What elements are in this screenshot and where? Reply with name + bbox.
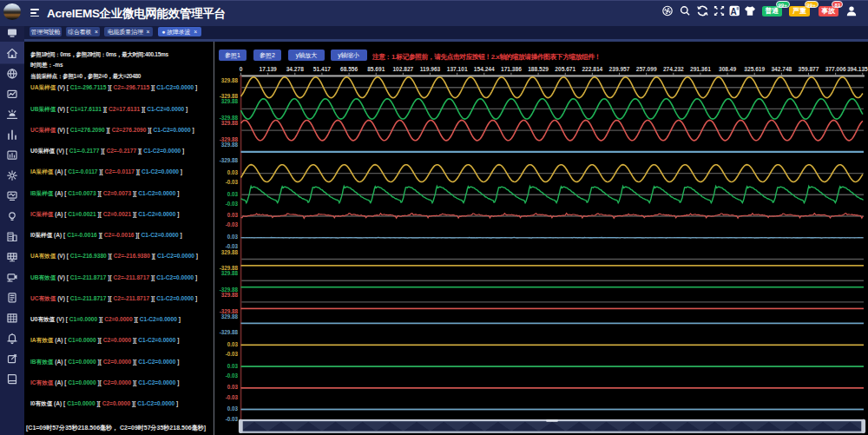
svg-text:359.877: 359.877 (799, 66, 819, 72)
svg-text:329.88: 329.88 (221, 120, 239, 126)
svg-text:-0.03: -0.03 (226, 416, 239, 422)
svg-text:-329.88: -329.88 (220, 157, 239, 163)
svg-text:205.671: 205.671 (555, 66, 575, 72)
svg-text:51.417: 51.417 (313, 66, 332, 72)
svg-text:222.814: 222.814 (582, 66, 602, 72)
svg-text:0.03: 0.03 (227, 341, 239, 347)
svg-text:0.03: 0.03 (227, 212, 239, 218)
svg-text:308.49: 308.49 (719, 66, 737, 72)
svg-text:329.88: 329.88 (221, 98, 239, 104)
svg-text:329.88: 329.88 (221, 270, 239, 276)
svg-text:0.03: 0.03 (227, 191, 239, 197)
svg-text:68.556: 68.556 (340, 66, 358, 72)
svg-text:329.88: 329.88 (221, 313, 239, 320)
svg-text:-0.03: -0.03 (226, 201, 239, 207)
svg-text:188.529: 188.529 (528, 66, 549, 72)
svg-text:329.88: 329.88 (221, 249, 239, 255)
svg-text:102.827: 102.827 (392, 66, 413, 72)
svg-text:-0.03: -0.03 (226, 221, 239, 227)
svg-text:-0.03: -0.03 (226, 351, 239, 357)
svg-text:325.619: 325.619 (744, 66, 765, 72)
svg-text:329.88: 329.88 (221, 77, 239, 83)
svg-text:0.03: 0.03 (227, 363, 239, 369)
svg-text:154.244: 154.244 (474, 66, 495, 72)
svg-text:17.139: 17.139 (260, 66, 278, 72)
svg-text:-329.88: -329.88 (220, 329, 239, 335)
svg-text:-0.03: -0.03 (226, 179, 239, 185)
svg-text:0.03: 0.03 (227, 405, 239, 412)
svg-text:0.03: 0.03 (227, 169, 239, 175)
svg-text:A: A (731, 7, 737, 16)
svg-text:0.03: 0.03 (227, 234, 239, 240)
svg-text:394.135: 394.135 (847, 66, 868, 72)
svg-text:342.748: 342.748 (771, 66, 792, 72)
svg-text:171.386: 171.386 (501, 66, 522, 72)
svg-text:-0.03: -0.03 (226, 372, 239, 379)
svg-text:239.957: 239.957 (609, 66, 630, 72)
svg-text:291.361: 291.361 (690, 66, 711, 72)
svg-text:-0.03: -0.03 (226, 394, 239, 400)
svg-text:34.278: 34.278 (286, 66, 305, 72)
svg-text:329.88: 329.88 (221, 142, 239, 148)
svg-text:137.101: 137.101 (447, 66, 468, 72)
svg-text:257.099: 257.099 (636, 66, 657, 72)
svg-text:85.691: 85.691 (367, 66, 385, 72)
svg-text:274.232: 274.232 (663, 66, 684, 72)
svg-text:0: 0 (240, 66, 243, 72)
svg-text:0.03: 0.03 (227, 384, 239, 390)
svg-text:119.963: 119.963 (420, 66, 441, 72)
svg-text:329.88: 329.88 (221, 292, 239, 298)
svg-text:377.006: 377.006 (825, 66, 846, 72)
